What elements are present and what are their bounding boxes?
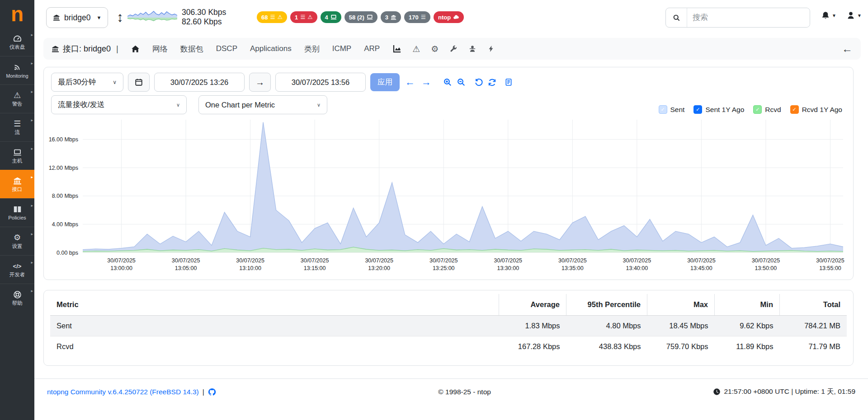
svg-text:30/07/2025: 30/07/2025	[494, 257, 522, 264]
subnav-link-applications[interactable]: Applications	[250, 44, 292, 53]
github-icon[interactable]	[208, 388, 216, 396]
zoom-in-icon[interactable]	[443, 78, 452, 87]
traffic-chart[interactable]: 30/07/202513:00:0030/07/202513:05:0030/0…	[47, 120, 849, 277]
chevron-right-icon: ▸	[31, 175, 33, 179]
sidebar-item-policies[interactable]: Policies ▸	[0, 198, 34, 227]
legend-item-rcvd[interactable]: ✓ Rcvd	[753, 105, 781, 114]
interface-select[interactable]: bridge0 ▼	[46, 7, 108, 28]
cell-min: 11.89 Kbps	[715, 336, 780, 357]
footer-separator: |	[203, 388, 204, 396]
sidebar-item-dashboard[interactable]: 仪表盘 ▸	[0, 28, 34, 56]
ntop-logo[interactable]: n	[0, 0, 34, 28]
subnav-icons: ⚠ ⚙	[392, 44, 495, 53]
subnav-link-categories[interactable]: 类别	[304, 44, 320, 54]
svg-text:13:30:00: 13:30:00	[497, 265, 519, 271]
sidebar-item-interfaces[interactable]: 接口 ▸	[0, 170, 34, 198]
zoom-out-icon[interactable]	[457, 78, 466, 87]
flows-count-badge[interactable]: 170 ☰	[404, 11, 430, 23]
settings-gear-icon[interactable]: ⚙	[431, 45, 439, 53]
svg-text:13:35:00: 13:35:00	[561, 265, 584, 271]
sidebar-item-alerts[interactable]: ⚠ 警告 ▸	[0, 84, 34, 113]
export-file-icon[interactable]	[505, 78, 513, 86]
gear-icon: ⚙	[14, 233, 21, 242]
chart-mode-select[interactable]: One Chart per Metric ∨	[198, 95, 327, 114]
alerts-warning-icon[interactable]: ⚠	[412, 45, 420, 53]
chevron-right-icon: ▸	[31, 89, 33, 94]
end-datetime-input[interactable]	[275, 73, 366, 92]
cell-metric: Sent	[50, 316, 499, 336]
list-icon: ☰	[14, 119, 21, 128]
legend-item-rcvd-1y[interactable]: ✓ Rcvd 1Y Ago	[790, 105, 842, 114]
gauge-icon	[13, 34, 22, 43]
checkbox-icon: ✓	[790, 105, 799, 114]
undo-icon[interactable]	[475, 78, 483, 87]
spy-icon[interactable]	[468, 45, 476, 53]
subnav-link-icmp[interactable]: ICMP	[332, 44, 352, 53]
svg-text:12.00 Mbps: 12.00 Mbps	[49, 165, 78, 171]
footer-right: 21:57:00 +0800 UTC | Uptime: 1 天, 01:59	[713, 387, 855, 397]
time-range-select[interactable]: 最后30分钟 ∨	[51, 73, 123, 92]
table-header-row: Metric Average 95th Percentile Max Min T…	[50, 294, 847, 316]
svg-text:13:05:00: 13:05:00	[175, 265, 197, 271]
refresh-icon[interactable]	[488, 78, 496, 87]
sidebar-item-hosts[interactable]: 主机 ▸	[0, 141, 34, 170]
col-average: Average	[499, 294, 566, 316]
subnav-link-packets[interactable]: 数据包	[180, 44, 203, 54]
ntop-logo-letter: n	[11, 4, 24, 24]
metric-select[interactable]: 流量接收/发送 ∨	[51, 95, 187, 114]
chart-selects: 流量接收/发送 ∨ One Chart per Metric ∨	[51, 95, 327, 114]
wrench-icon[interactable]	[449, 45, 458, 53]
start-datetime-input[interactable]	[154, 73, 245, 92]
interfaces-count-badge[interactable]: 3	[381, 11, 401, 23]
legend-item-sent-1y[interactable]: ✓ Sent 1Y Ago	[693, 105, 744, 114]
svg-text:4.00 Mbps: 4.00 Mbps	[52, 221, 78, 228]
sidebar-item-label: 开发者	[9, 272, 25, 278]
clock-icon	[713, 388, 721, 396]
cell-metric: Rcvd	[50, 336, 499, 357]
subnav-link-dscp[interactable]: DSCP	[216, 44, 237, 53]
sidebar-item-help[interactable]: 帮助 ▸	[0, 284, 34, 312]
time-shift-back-arrow[interactable]: ←	[404, 76, 416, 88]
time-shift-forward-arrow[interactable]: →	[420, 76, 432, 88]
search-input[interactable]	[687, 8, 810, 27]
table-row-rcvd: Rcvd 167.28 Kbps 438.83 Kbps 759.70 Kbps…	[50, 336, 847, 357]
user-icon	[846, 11, 855, 20]
subnav-link-networks[interactable]: 网络	[152, 44, 168, 54]
chart-area-icon[interactable]	[392, 44, 401, 53]
user-menu[interactable]: ▼	[846, 11, 862, 20]
ntopng-version-link[interactable]: ntopng Community v.6.4.250722 (FreeBSD 1…	[47, 388, 199, 396]
cell-min: 9.62 Kbps	[715, 316, 780, 336]
engaged-alerts-badge[interactable]: 68 ☰ ⚠	[257, 11, 287, 23]
home-icon[interactable]	[131, 45, 140, 53]
sidebar-item-flows[interactable]: ☰ 流 ▸	[0, 113, 34, 141]
apply-button[interactable]: 应用	[370, 73, 400, 91]
sidebar-item-developer[interactable]: </> 开发者 ▸	[0, 255, 34, 284]
interface-select-value: bridge0	[64, 13, 90, 23]
svg-text:30/07/2025: 30/07/2025	[365, 257, 393, 264]
ntop-cloud-badge[interactable]: ntop	[434, 11, 464, 23]
calendar-button[interactable]	[128, 73, 150, 92]
arrow-right-icon: →	[249, 73, 271, 92]
total-hosts-badge[interactable]: 58 (2)	[344, 11, 377, 23]
svg-text:8.00 Mbps: 8.00 Mbps	[52, 193, 78, 199]
sidebar-item-settings[interactable]: ⚙ 设置 ▸	[0, 227, 34, 255]
metrics-table-card: Metric Average 95th Percentile Max Min T…	[43, 290, 854, 366]
chart-legend: ✓ Sent ✓ Sent 1Y Ago ✓ Rcvd ✓ Rcvd 1Y Ag…	[659, 105, 842, 114]
bolt-icon[interactable]	[487, 45, 495, 53]
subnav-link-arp[interactable]: ARP	[364, 44, 380, 53]
sidebar-item-monitoring[interactable]: Monitoring ▸	[0, 56, 34, 84]
col-min: Min	[715, 294, 780, 316]
critical-alerts-badge[interactable]: 1 ☰ ⚠	[290, 11, 317, 23]
bank-icon	[391, 14, 396, 20]
svg-text:13:00:00: 13:00:00	[110, 265, 132, 271]
life-ring-icon	[13, 290, 22, 299]
sidebar-item-label: 设置	[12, 244, 23, 249]
notifications-menu[interactable]: ▼	[821, 11, 836, 20]
back-arrow-icon[interactable]: ←	[842, 42, 853, 55]
time-controls: 最后30分钟 ∨ → 应用 ← →	[51, 73, 513, 92]
legend-item-sent[interactable]: ✓ Sent	[659, 105, 685, 114]
sidebar-item-label: 仪表盘	[9, 45, 25, 50]
footer-copyright: © 1998-25 - ntop	[438, 388, 491, 396]
chevron-down-icon: ∨	[317, 102, 321, 108]
active-hosts-badge[interactable]: 4	[321, 11, 341, 23]
